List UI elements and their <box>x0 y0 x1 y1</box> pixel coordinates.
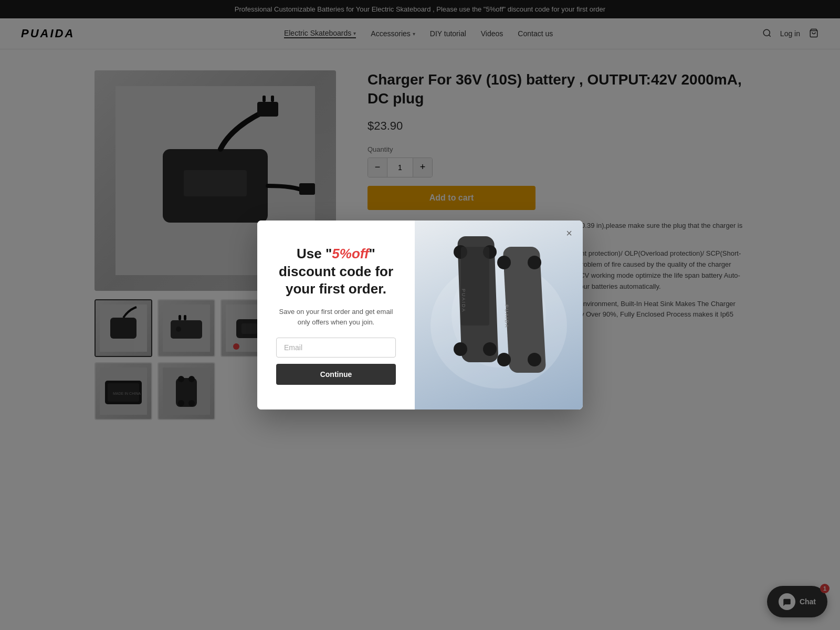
modal-continue-button[interactable]: Continue <box>276 364 396 385</box>
modal-headline-line3: your first order. <box>286 281 386 297</box>
modal-overlay[interactable]: Use "5%off" discount code for your first… <box>0 0 840 441</box>
svg-text:PUAIDA: PUAIDA <box>504 304 509 329</box>
svg-point-44 <box>483 342 497 356</box>
modal-close-button[interactable]: × <box>562 226 576 240</box>
discount-modal: Use "5%off" discount code for your first… <box>257 220 583 410</box>
modal-left: Use "5%off" discount code for your first… <box>257 220 415 410</box>
modal-skateboard-illustration: PUAIDA PUAIDA <box>415 220 583 410</box>
svg-point-43 <box>454 342 467 356</box>
modal-email-input[interactable] <box>276 338 396 358</box>
modal-subtext: Save on your first order and get email o… <box>276 307 396 327</box>
modal-headline: Use "5%off" discount code for your first… <box>276 245 396 298</box>
svg-point-38 <box>528 353 541 366</box>
modal-headline-line2: discount code for <box>279 264 393 279</box>
svg-rect-45 <box>461 247 489 326</box>
svg-point-35 <box>497 256 511 269</box>
svg-point-37 <box>497 353 511 366</box>
svg-point-36 <box>528 256 541 269</box>
modal-right: PUAIDA PUAIDA <box>415 220 583 410</box>
modal-discount-code: 5%off <box>332 246 369 261</box>
svg-text:PUAIDA: PUAIDA <box>461 289 466 313</box>
